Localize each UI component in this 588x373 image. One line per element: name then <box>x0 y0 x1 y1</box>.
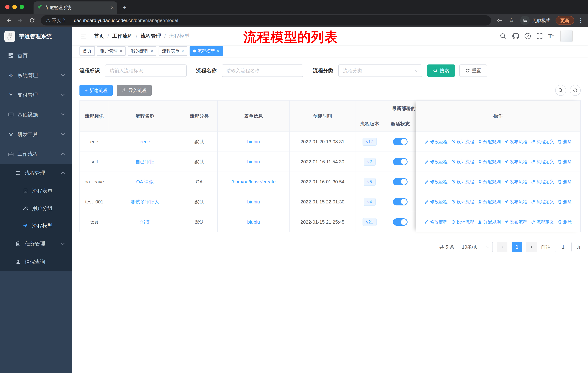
breadcrumb-home[interactable]: 首页 <box>94 33 104 40</box>
back-button[interactable] <box>4 15 14 26</box>
delete-link[interactable]: 删除 <box>557 199 572 205</box>
prev-page-button[interactable] <box>497 242 507 252</box>
process-category-select[interactable]: 流程分类 <box>338 64 422 77</box>
sidebar-item-devtools[interactable]: ⚒ 研发工具 <box>0 125 72 144</box>
app-logo-row[interactable]: 芋道管理系统 <box>0 27 72 46</box>
process-definition-link[interactable]: 流程定义 <box>531 159 554 165</box>
edit-process-link[interactable]: 修改流程 <box>424 199 447 205</box>
sidebar-collapse-button[interactable] <box>77 30 90 43</box>
import-process-button[interactable]: 导入流程 <box>117 85 152 96</box>
edit-process-link[interactable]: 修改流程 <box>424 139 447 145</box>
show-search-button[interactable] <box>555 85 566 96</box>
design-process-link[interactable]: 设计流程 <box>451 199 474 205</box>
reload-button[interactable] <box>27 15 37 26</box>
active-toggle[interactable] <box>393 138 408 145</box>
sidebar-item-user-group[interactable]: 用户分组 <box>0 200 72 217</box>
process-name-link[interactable]: 测试多审批人 <box>131 199 159 205</box>
design-process-link[interactable]: 设计流程 <box>451 179 474 185</box>
design-process-link[interactable]: 设计流程 <box>451 139 474 145</box>
form-info-link[interactable]: /bpm/oa/leave/create <box>231 179 276 185</box>
next-page-button[interactable] <box>526 242 537 252</box>
close-icon[interactable]: × <box>181 49 184 53</box>
delete-link[interactable]: 删除 <box>557 179 572 185</box>
active-toggle[interactable] <box>393 158 408 165</box>
form-info-link[interactable]: biubiu <box>247 199 260 205</box>
design-process-link[interactable]: 设计流程 <box>451 219 474 225</box>
process-definition-link[interactable]: 流程定义 <box>531 199 554 205</box>
process-definition-link[interactable]: 流程定义 <box>531 219 554 225</box>
breadcrumb-process-management[interactable]: 流程管理 <box>141 33 161 40</box>
sidebar-item-payment[interactable]: ¥ 支付管理 <box>0 85 72 105</box>
process-id-input[interactable] <box>105 64 187 77</box>
publish-process-link[interactable]: 发布流程 <box>504 139 527 145</box>
delete-link[interactable]: 删除 <box>557 139 572 145</box>
create-process-button[interactable]: + 新建流程 <box>79 85 113 96</box>
assign-rule-link[interactable]: 分配规则 <box>478 159 501 165</box>
process-definition-link[interactable]: 流程定义 <box>531 139 554 145</box>
assign-rule-link[interactable]: 分配规则 <box>478 199 501 205</box>
sidebar-item-task-management[interactable]: 任务管理 <box>0 235 72 253</box>
search-button[interactable]: 搜索 <box>427 64 455 77</box>
delete-link[interactable]: 删除 <box>557 219 572 225</box>
sidebar-item-home[interactable]: 首页 <box>0 46 72 66</box>
breadcrumb-workflow[interactable]: 工作流程 <box>112 33 133 40</box>
active-toggle[interactable] <box>393 218 408 226</box>
address-bar[interactable]: ⚠ 不安全 dashboard.yudao.iocoder.cn/bpm/man… <box>41 15 491 26</box>
fullscreen-icon[interactable] <box>536 32 544 40</box>
publish-process-link[interactable]: 发布流程 <box>504 159 527 165</box>
process-name-input[interactable] <box>222 64 303 77</box>
assign-rule-link[interactable]: 分配规则 <box>478 219 501 225</box>
form-info-link[interactable]: biubiu <box>247 159 260 165</box>
font-size-icon[interactable]: TT <box>548 33 554 40</box>
tag-my-process[interactable]: 我的流程× <box>128 46 156 56</box>
assign-rule-link[interactable]: 分配规则 <box>478 179 501 185</box>
password-key-icon[interactable] <box>495 15 505 26</box>
github-icon[interactable] <box>512 32 520 40</box>
active-toggle[interactable] <box>393 198 408 205</box>
minimize-window-button[interactable] <box>12 5 17 9</box>
delete-link[interactable]: 删除 <box>557 159 572 165</box>
goto-page-input[interactable] <box>555 242 572 252</box>
active-toggle[interactable] <box>393 178 408 185</box>
incognito-badge[interactable]: 无痕模式 <box>520 16 550 25</box>
publish-process-link[interactable]: 发布流程 <box>504 199 527 205</box>
new-tab-button[interactable]: + <box>120 2 130 13</box>
process-name-link[interactable]: eeee <box>140 139 150 145</box>
sidebar-item-system[interactable]: ⚙ 系统管理 <box>0 66 72 85</box>
browser-tab[interactable]: 芋道管理系统 × <box>33 1 117 14</box>
tag-process-model[interactable]: 流程模型× <box>189 46 223 56</box>
form-info-link[interactable]: biubiu <box>247 219 260 225</box>
edit-process-link[interactable]: 修改流程 <box>424 219 447 225</box>
forward-button[interactable] <box>15 15 26 26</box>
design-process-link[interactable]: 设计流程 <box>451 159 474 165</box>
page-number-1[interactable]: 1 <box>512 242 522 252</box>
close-icon[interactable]: × <box>150 49 153 53</box>
process-name-link[interactable]: 自己审批 <box>136 159 154 165</box>
process-name-link[interactable]: 滔博 <box>140 219 150 225</box>
publish-process-link[interactable]: 发布流程 <box>504 219 527 225</box>
page-size-select[interactable]: 10条/页 <box>459 242 493 252</box>
sidebar-item-leave-query[interactable]: 请假查询 <box>0 253 72 271</box>
bookmark-star-icon[interactable]: ☆ <box>506 15 516 26</box>
user-avatar[interactable] <box>560 30 573 42</box>
close-window-button[interactable] <box>5 5 10 9</box>
update-browser-button[interactable]: 更新 <box>556 16 574 25</box>
maximize-window-button[interactable] <box>20 5 24 9</box>
close-icon[interactable]: × <box>120 49 122 53</box>
process-name-link[interactable]: OA 请假 <box>136 179 153 185</box>
sidebar-item-process-model[interactable]: 流程模型 <box>0 217 72 235</box>
sidebar-item-process-management[interactable]: 流程管理 <box>0 164 72 182</box>
tab-close-icon[interactable]: × <box>111 5 114 10</box>
browser-menu-icon[interactable]: ⋮ <box>577 17 584 24</box>
help-icon[interactable]: ? <box>525 33 531 39</box>
refresh-table-button[interactable] <box>570 85 581 96</box>
edit-process-link[interactable]: 修改流程 <box>424 159 447 165</box>
form-info-link[interactable]: biubiu <box>247 139 260 145</box>
close-icon[interactable]: × <box>217 49 220 53</box>
tag-home[interactable]: 首页 <box>79 46 95 56</box>
search-icon[interactable] <box>499 32 507 40</box>
tag-process-form[interactable]: 流程表单× <box>158 46 187 56</box>
edit-process-link[interactable]: 修改流程 <box>424 179 447 185</box>
publish-process-link[interactable]: 发布流程 <box>504 179 527 185</box>
reset-button[interactable]: 重置 <box>459 64 487 77</box>
